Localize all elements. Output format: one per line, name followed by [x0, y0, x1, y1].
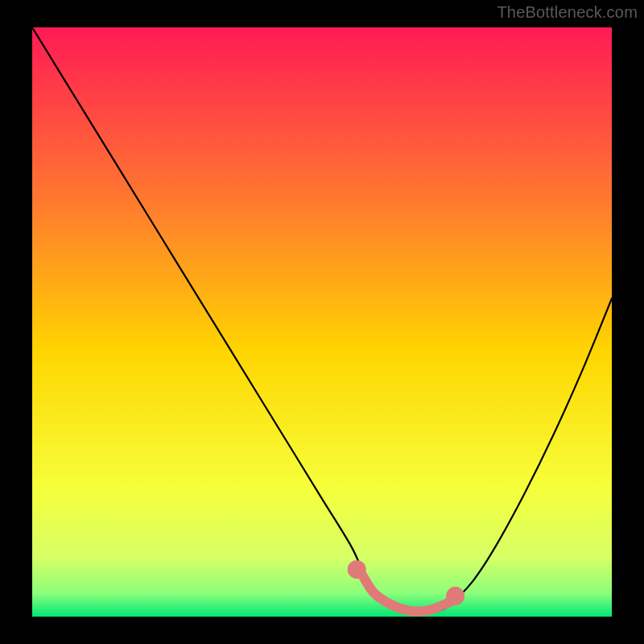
chart-svg [32, 27, 612, 617]
marker-dot-right [446, 587, 464, 605]
watermark-text: TheBottleneck.com [497, 3, 638, 22]
chart-frame: TheBottleneck.com [0, 0, 644, 644]
plot-area [32, 27, 612, 617]
marker-dot-left [348, 560, 366, 579]
gradient-background [32, 27, 612, 617]
